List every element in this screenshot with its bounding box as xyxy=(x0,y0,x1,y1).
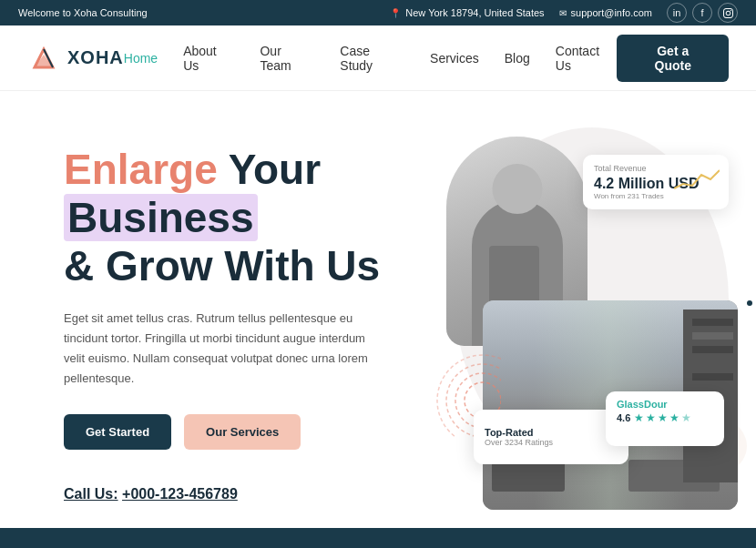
get-started-button[interactable]: Get Started xyxy=(64,414,171,450)
facebook-icon[interactable]: f xyxy=(692,3,712,23)
hero-section: Enlarge Your Business & Grow With Us Ege… xyxy=(0,91,756,510)
social-links[interactable]: in f xyxy=(667,3,738,23)
title-your: Your xyxy=(218,146,321,193)
pin-icon xyxy=(390,7,401,18)
side-dots xyxy=(747,300,752,306)
logo-text: XOHA xyxy=(67,47,124,68)
address-contact: New York 18794, United States xyxy=(390,7,544,18)
title-line3: & Grow With Us xyxy=(64,242,446,290)
linkedin-icon[interactable]: in xyxy=(667,3,687,23)
email-contact: support@info.com xyxy=(559,7,652,18)
call-label: Call Us: xyxy=(64,486,118,502)
hero-title: Enlarge Your Business & Grow With Us xyxy=(64,146,446,290)
email-text: support@info.com xyxy=(571,7,652,18)
glassdoor-rating: 4.6 xyxy=(617,412,630,423)
top-rated-sub: Over 3234 Ratings xyxy=(485,438,553,447)
revenue-sub: Won from 231 Trades xyxy=(594,192,718,200)
logo[interactable]: XOHA xyxy=(27,42,124,75)
hero-description: Eget sit amet tellus cras. Rutrum tellus… xyxy=(64,309,373,389)
glassdoor-stars: ★ ★ ★ ★ ★ xyxy=(634,411,691,424)
nav-services[interactable]: Services xyxy=(430,51,479,66)
welcome-text: Welcome to Xoha Consulting xyxy=(18,7,148,18)
top-bar-right: New York 18794, United States support@in… xyxy=(390,3,738,23)
nav-blog[interactable]: Blog xyxy=(505,51,530,66)
top-rated-label: Top-Rated xyxy=(485,427,553,438)
top-rated-info: Top-Rated Over 3234 Ratings xyxy=(485,427,553,447)
title-enlarge: Enlarge xyxy=(64,146,218,193)
title-line2: Business xyxy=(64,194,446,242)
mail-icon xyxy=(559,7,567,18)
address-text: New York 18794, United States xyxy=(405,7,544,18)
nav-home[interactable]: Home xyxy=(124,51,158,66)
nav-contact[interactable]: Contact Us xyxy=(556,44,618,73)
navbar: XOHA Home About Us Our Team Case Study S… xyxy=(0,25,756,91)
bottom-bar xyxy=(0,528,756,548)
top-bar-welcome: Welcome to Xoha Consulting xyxy=(18,7,148,18)
nav-case-study[interactable]: Case Study xyxy=(340,44,404,73)
get-quote-button[interactable]: Get a Quote xyxy=(617,35,729,82)
our-services-button[interactable]: Our Services xyxy=(184,414,301,450)
call-number[interactable]: +000-123-456789 xyxy=(122,486,238,502)
nav-about[interactable]: About Us xyxy=(183,44,234,73)
glassdoor-card: GlassDour 4.6 ★ ★ ★ ★ ★ xyxy=(606,391,724,446)
logo-icon xyxy=(27,42,60,75)
nav-team[interactable]: Our Team xyxy=(260,44,314,73)
call-us: Call Us: +000-123-456789 xyxy=(64,486,446,502)
glassdoor-label: GlassDour xyxy=(617,399,713,410)
title-business: Business xyxy=(64,194,258,241)
revenue-card: Total Revenue 4.2 Million USD Won from 2… xyxy=(583,155,729,209)
instagram-icon[interactable] xyxy=(718,3,738,23)
nav-links: Home About Us Our Team Case Study Servic… xyxy=(124,44,618,73)
hero-buttons: Get Started Our Services xyxy=(64,414,446,450)
hero-left: Enlarge Your Business & Grow With Us Ege… xyxy=(64,127,446,502)
revenue-chart xyxy=(674,166,720,193)
hero-right: Total Revenue 4.2 Million USD Won from 2… xyxy=(446,127,729,510)
top-bar: Welcome to Xoha Consulting New York 1879… xyxy=(0,0,756,25)
